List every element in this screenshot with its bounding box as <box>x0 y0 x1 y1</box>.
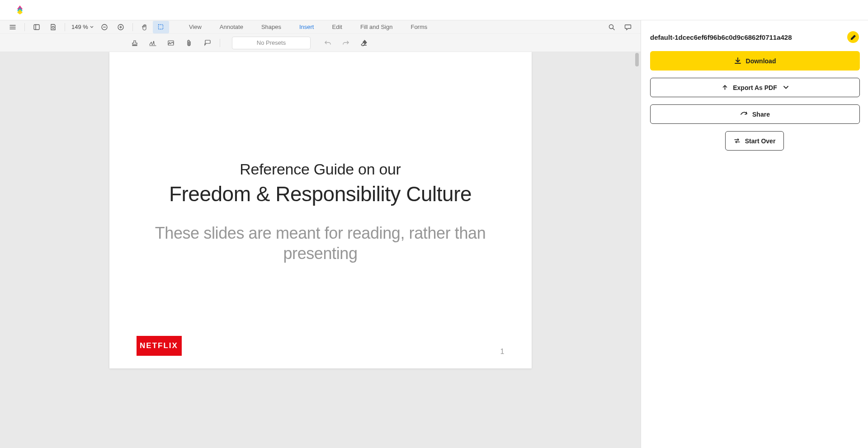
right-sidebar: default-1dcec6ef6f96b6c0d9c6862f0711a428… <box>641 20 868 448</box>
download-icon <box>734 57 741 65</box>
export-label: Export As PDF <box>733 84 777 91</box>
selection-icon[interactable] <box>153 21 169 33</box>
restart-icon <box>734 138 741 144</box>
page-view-icon[interactable] <box>45 21 61 33</box>
download-label: Download <box>746 57 776 65</box>
doc-subtitle: These slides are meant for reading, rath… <box>146 223 495 264</box>
viewer-area: 149 % View Annotate Shapes Insert Edi <box>0 20 641 448</box>
image-icon[interactable] <box>163 36 179 50</box>
edit-filename-button[interactable] <box>847 31 859 43</box>
export-button[interactable]: Export As PDF <box>650 78 860 97</box>
zoom-value: 149 % <box>71 24 88 30</box>
attachment-icon[interactable] <box>181 36 197 50</box>
zoom-in-icon[interactable] <box>113 21 129 33</box>
upload-icon <box>722 84 728 91</box>
tab-shapes[interactable]: Shapes <box>252 21 290 33</box>
svg-line-10 <box>613 28 615 30</box>
download-button[interactable]: Download <box>650 51 860 71</box>
redo-icon[interactable] <box>338 36 354 50</box>
presets-label: No Presets <box>257 39 286 46</box>
eraser-icon[interactable] <box>356 36 372 50</box>
tab-fill-sign[interactable]: Fill and Sign <box>351 21 402 33</box>
netflix-logo: NETFLIX <box>137 336 182 356</box>
zoom-out-icon[interactable] <box>96 21 113 33</box>
search-icon[interactable] <box>604 21 620 33</box>
divider <box>132 23 133 31</box>
doc-title-small: Reference Guide on our <box>146 160 495 178</box>
chevron-down-icon <box>90 26 94 28</box>
share-icon <box>740 111 748 118</box>
undo-icon[interactable] <box>320 36 336 50</box>
filename-label: default-1dcec6ef6f96b6c0d9c6862f0711a428 <box>650 33 792 41</box>
filename-row: default-1dcec6ef6f96b6c0d9c6862f0711a428 <box>650 31 859 43</box>
start-over-button[interactable]: Start Over <box>725 131 784 151</box>
toolbar-secondary: No Presets <box>0 34 641 52</box>
page-number: 1 <box>500 348 505 356</box>
scrollbar[interactable] <box>635 52 640 448</box>
divider <box>65 23 65 31</box>
scrollbar-thumb[interactable] <box>635 53 639 66</box>
tab-forms[interactable]: Forms <box>401 21 436 33</box>
document-viewer[interactable]: Reference Guide on our Freedom & Respons… <box>0 52 641 448</box>
comment-icon[interactable] <box>620 21 636 33</box>
tab-insert[interactable]: Insert <box>290 21 323 33</box>
sidebar-toggle-icon[interactable] <box>28 21 45 33</box>
app-header <box>0 0 868 20</box>
document-page: Reference Guide on our Freedom & Respons… <box>109 52 532 368</box>
tab-annotate[interactable]: Annotate <box>211 21 252 33</box>
callout-icon[interactable] <box>199 36 215 50</box>
menu-tabs: View Annotate Shapes Insert Edit Fill an… <box>180 21 436 33</box>
signature-icon[interactable] <box>145 36 161 50</box>
tab-edit[interactable]: Edit <box>323 21 351 33</box>
app-logo-icon <box>14 5 25 15</box>
presets-dropdown[interactable]: No Presets <box>232 37 311 49</box>
svg-rect-0 <box>34 24 39 29</box>
toolbar-primary: 149 % View Annotate Shapes Insert Edi <box>0 20 641 34</box>
menu-icon[interactable] <box>5 21 21 33</box>
zoom-level[interactable]: 149 % <box>69 24 96 30</box>
svg-point-2 <box>52 26 54 28</box>
stamp-icon[interactable] <box>127 36 143 50</box>
doc-title-large: Freedom & Responsibility Culture <box>146 182 495 207</box>
pan-hand-icon[interactable] <box>137 21 153 33</box>
share-label: Share <box>752 111 770 118</box>
share-button[interactable]: Share <box>650 104 860 124</box>
svg-rect-13 <box>205 40 210 43</box>
start-over-label: Start Over <box>745 137 776 145</box>
tab-view[interactable]: View <box>180 21 211 33</box>
divider <box>220 39 220 47</box>
chevron-down-icon <box>783 86 788 89</box>
svg-rect-8 <box>159 25 163 29</box>
divider <box>24 23 25 31</box>
svg-point-12 <box>170 42 170 42</box>
pencil-icon <box>850 34 856 40</box>
